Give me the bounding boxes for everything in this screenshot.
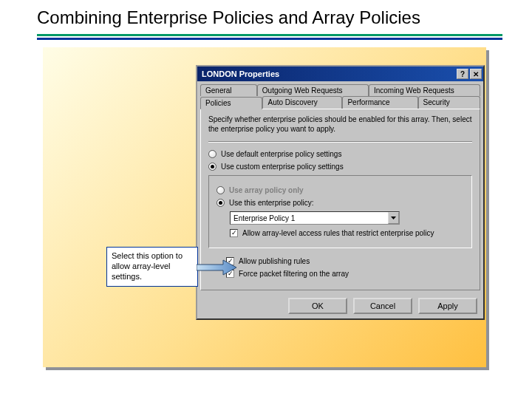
tab-general[interactable]: General <box>200 84 257 96</box>
radio-label: Use custom enterprise policy settings <box>221 163 344 171</box>
help-button[interactable]: ? <box>457 69 468 79</box>
chevron-down-icon[interactable] <box>388 212 399 224</box>
tab-policies[interactable]: Policies <box>200 97 262 109</box>
slide: Combining Enterprise Policies and Array … <box>0 0 532 399</box>
radio-default-policy[interactable]: Use default enterprise policy settings <box>208 150 472 158</box>
checkbox-label: Force packet filtering on the array <box>239 270 349 278</box>
divider-blue <box>37 38 502 40</box>
radio-icon <box>216 186 225 194</box>
radio-icon <box>216 199 225 207</box>
arrow-icon <box>197 259 238 276</box>
radio-label: Use array policy only <box>229 186 304 194</box>
checkbox-allow-publishing[interactable]: ✓ Allow publishing rules <box>226 257 472 265</box>
dropdown-value: Enterprise Policy 1 <box>233 214 295 222</box>
checkbox-icon: ✓ <box>230 229 238 237</box>
tabs-row-2: Policies Auto Discovery Performance Secu… <box>197 96 483 109</box>
slide-title: Combining Enterprise Policies and Array … <box>37 7 502 28</box>
slide-background: Select this option to allow array-level … <box>43 47 486 367</box>
radio-icon <box>208 150 216 158</box>
checkbox-label: Allow array-level access rules that rest… <box>242 229 434 237</box>
tab-outgoing[interactable]: Outgoing Web Requests <box>257 84 369 96</box>
radio-use-enterprise-policy[interactable]: Use this enterprise policy: <box>216 199 464 207</box>
tab-performance[interactable]: Performance <box>342 96 417 109</box>
radio-custom-policy[interactable]: Use custom enterprise policy settings <box>208 163 472 171</box>
checkbox-label: Allow publishing rules <box>239 257 310 265</box>
callout-box: Select this option to allow array-level … <box>106 247 198 287</box>
policies-description: Specify whether enterprise policies shou… <box>208 115 472 134</box>
tab-incoming[interactable]: Incoming Web Requests <box>369 84 480 96</box>
ok-button[interactable]: OK <box>288 298 347 314</box>
radio-label: Use default enterprise policy settings <box>221 150 341 158</box>
checkbox-force-packet-filter[interactable]: ✓ Force packet filtering on the array <box>226 270 472 278</box>
radio-label: Use this enterprise policy: <box>229 199 314 207</box>
custom-policy-group: Use array policy only Use this enterpris… <box>208 175 472 248</box>
dialog-buttons: OK Cancel Apply <box>197 293 483 318</box>
tab-security[interactable]: Security <box>418 96 480 109</box>
tab-panel-policies: Specify whether enterprise policies shou… <box>200 109 480 290</box>
svg-marker-1 <box>391 216 396 219</box>
properties-dialog: LONDON Properties ? ✕ General Outgoing W… <box>196 65 485 320</box>
divider <box>208 141 472 143</box>
tabs-row-1: General Outgoing Web Requests Incoming W… <box>197 81 483 96</box>
cancel-button[interactable]: Cancel <box>353 298 412 314</box>
tab-auto-discovery[interactable]: Auto Discovery <box>262 96 342 109</box>
enterprise-policy-dropdown[interactable]: Enterprise Policy 1 <box>230 211 400 225</box>
svg-marker-0 <box>197 260 236 275</box>
titlebar-text: LONDON Properties <box>202 69 279 78</box>
apply-button[interactable]: Apply <box>418 298 477 314</box>
checkbox-allow-array-rules[interactable]: ✓ Allow array-level access rules that re… <box>230 229 464 237</box>
divider-green <box>37 34 502 36</box>
radio-icon <box>208 163 216 171</box>
close-button[interactable]: ✕ <box>470 69 482 79</box>
radio-array-only: Use array policy only <box>216 186 464 194</box>
titlebar[interactable]: LONDON Properties ? ✕ <box>197 66 483 81</box>
